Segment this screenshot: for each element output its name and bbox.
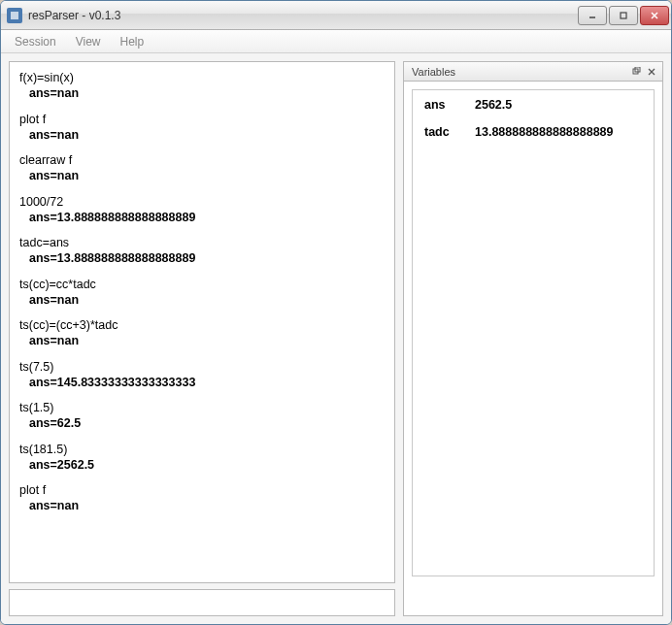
console-entry: plot fans=nan xyxy=(19,112,385,144)
console-entry: tadc=ansans=13.888888888888888889 xyxy=(19,235,385,267)
console-input-line: plot f xyxy=(19,482,385,498)
console-entry: ts(cc)=(cc+3)*tadcans=nan xyxy=(19,317,385,349)
titlebar[interactable]: resParser - v0.1.3 xyxy=(1,1,671,30)
console-entry: clearraw fans=nan xyxy=(19,152,385,184)
menu-view[interactable]: View xyxy=(66,32,111,51)
console-input-line: ts(cc)=cc*tadc xyxy=(19,277,385,292)
console-input-line: ts(cc)=(cc+3)*tadc xyxy=(19,317,385,333)
variables-empty-space xyxy=(415,147,652,574)
close-panel-icon[interactable] xyxy=(645,65,658,79)
console-entry: plot fans=nan xyxy=(19,482,385,514)
window-title: resParser - v0.1.3 xyxy=(28,9,576,22)
content-area: f(x)=sin(x)ans=nanplot fans=nanclearraw … xyxy=(1,53,671,624)
menu-help[interactable]: Help xyxy=(111,32,154,51)
variable-row[interactable]: ans2562.5 xyxy=(415,92,652,117)
undock-icon[interactable] xyxy=(629,65,643,79)
app-window: resParser - v0.1.3 Session View Help f(x… xyxy=(0,0,672,625)
console-entry: ts(7.5)ans=145.83333333333333333 xyxy=(19,359,385,391)
console-entry: ts(cc)=cc*tadcans=nan xyxy=(19,277,385,309)
console-input-line: clearraw f xyxy=(19,152,385,168)
console-input-line: tadc=ans xyxy=(19,235,385,250)
console-input-line: ts(181.5) xyxy=(19,442,385,457)
variable-name: tadc xyxy=(415,119,463,145)
console-output-line: ans=nan xyxy=(19,292,385,308)
console-output-line: ans=145.83333333333333333 xyxy=(19,375,385,390)
svg-rect-0 xyxy=(11,12,18,19)
variable-row[interactable]: tadc13.888888888888888889 xyxy=(415,119,652,145)
console-input-line: ts(7.5) xyxy=(19,359,385,375)
console-output-line: ans=13.888888888888888889 xyxy=(19,210,385,225)
console-output-line: ans=62.5 xyxy=(19,415,385,431)
console-output-line: ans=nan xyxy=(19,333,385,348)
console-input-line: f(x)=sin(x) xyxy=(19,70,385,85)
console-entry: ts(1.5)ans=62.5 xyxy=(19,400,385,432)
command-input[interactable] xyxy=(9,589,395,616)
left-pane: f(x)=sin(x)ans=nanplot fans=nanclearraw … xyxy=(9,61,395,616)
variables-title: Variables xyxy=(412,66,627,78)
variables-panel: Variables ans2562.5tadc13.88888888888888… xyxy=(403,61,663,616)
menubar: Session View Help xyxy=(1,30,671,53)
console-output-line: ans=nan xyxy=(19,498,385,513)
window-controls xyxy=(576,6,669,25)
variable-name: ans xyxy=(415,92,463,117)
console-output-line: ans=13.888888888888888889 xyxy=(19,250,385,266)
console-entry: 1000/72ans=13.888888888888888889 xyxy=(19,194,385,226)
console-input-line: ts(1.5) xyxy=(19,400,385,415)
console-input-line: plot f xyxy=(19,112,385,127)
console-entry: f(x)=sin(x)ans=nan xyxy=(19,70,385,102)
svg-rect-2 xyxy=(621,13,626,18)
close-button[interactable] xyxy=(640,6,669,25)
app-icon xyxy=(7,8,22,23)
variable-value: 2562.5 xyxy=(465,92,652,117)
variables-table: ans2562.5tadc13.888888888888888889 xyxy=(412,89,655,576)
console-output-line: ans=nan xyxy=(19,168,385,183)
maximize-button[interactable] xyxy=(609,6,638,25)
variables-header[interactable]: Variables xyxy=(403,61,663,81)
console-output-line: ans=2562.5 xyxy=(19,457,385,473)
console-output-line: ans=nan xyxy=(19,85,385,101)
console-output-line: ans=nan xyxy=(19,127,385,143)
console-output[interactable]: f(x)=sin(x)ans=nanplot fans=nanclearraw … xyxy=(9,61,395,583)
minimize-button[interactable] xyxy=(578,6,607,25)
variable-value: 13.888888888888888889 xyxy=(465,119,652,145)
console-input-line: 1000/72 xyxy=(19,194,385,210)
variables-body: ans2562.5tadc13.888888888888888889 xyxy=(403,81,663,616)
console-entry: ts(181.5)ans=2562.5 xyxy=(19,442,385,474)
menu-session[interactable]: Session xyxy=(5,32,66,51)
